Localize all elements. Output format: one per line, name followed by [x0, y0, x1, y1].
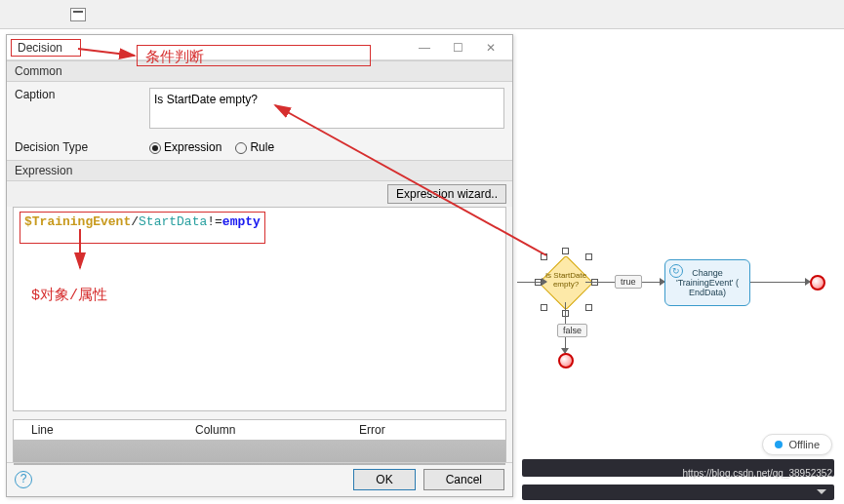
expression-wizard-button[interactable]: Expression wizard..: [387, 184, 506, 204]
decision-node[interactable]: Is StartDate empty?: [546, 263, 585, 302]
radio-unchecked-icon: [235, 142, 247, 154]
activity-line3: EndData): [667, 288, 747, 297]
change-icon: ↻: [669, 264, 683, 278]
token-keyword: empty: [222, 214, 261, 229]
selection-handle[interactable]: [585, 253, 592, 260]
decision-text-2: empty?: [553, 280, 579, 289]
expression-editor[interactable]: $TrainingEvent/StartData!=empty $对象/属性: [13, 207, 506, 411]
end-node[interactable]: [810, 275, 825, 291]
annotation-expression-box: $TrainingEvent/StartData!=empty: [20, 212, 265, 244]
maximize-icon[interactable]: ☐: [446, 41, 469, 55]
arrow-head-icon: [542, 278, 547, 286]
decision-text-1: Is StartDate: [545, 271, 586, 280]
ok-button[interactable]: OK: [353, 469, 415, 490]
decision-type-label: Decision Type: [15, 140, 132, 154]
offline-label: Offline: [788, 439, 820, 450]
true-label[interactable]: true: [615, 275, 642, 289]
watermark-text: https://blog.csdn.net/qq_38952352: [683, 468, 832, 479]
status-dot-icon: [775, 441, 783, 448]
selection-handle[interactable]: [562, 248, 569, 254]
activity-line2: 'TrainingEvent' (: [667, 278, 747, 288]
connector: [750, 282, 810, 283]
change-activity-node[interactable]: ↻ Change 'TrainingEvent' ( EndData): [664, 259, 750, 306]
radio-expression[interactable]: Expression: [149, 140, 221, 154]
radio-checked-icon: [149, 142, 161, 154]
error-table: Line Column Error: [13, 419, 506, 462]
selection-handle[interactable]: [541, 253, 547, 260]
minimize-icon[interactable]: —: [413, 41, 436, 55]
annotation-titlebar-box: 条件判断: [137, 45, 371, 66]
annotation-object-attr: $对象/属性: [31, 286, 107, 304]
caption-input[interactable]: Is StartDate empty?: [149, 88, 504, 129]
cancel-button[interactable]: Cancel: [423, 469, 504, 490]
err-col-column: Column: [178, 420, 342, 440]
end-node[interactable]: [558, 353, 574, 368]
offline-status[interactable]: Offline: [762, 434, 832, 455]
expression-section-header: Expression: [7, 160, 512, 181]
selection-handle[interactable]: [541, 304, 547, 311]
token-attribute: StartData: [139, 214, 207, 229]
decision-dialog: Decision — ☐ ✕ Common Caption Is StartDa…: [6, 34, 513, 497]
help-icon[interactable]: ?: [15, 471, 32, 488]
caption-value: Is StartDate empty?: [154, 93, 258, 106]
err-col-line: Line: [14, 420, 178, 440]
radio-rule[interactable]: Rule: [235, 140, 274, 154]
token-object: $TrainingEvent: [24, 214, 131, 229]
toolbar-grid-icon[interactable]: [70, 8, 86, 21]
token-slash: /: [131, 214, 139, 229]
false-label[interactable]: false: [557, 324, 587, 337]
dialog-title: Decision: [11, 39, 81, 57]
selection-handle[interactable]: [585, 304, 592, 311]
close-icon[interactable]: ✕: [479, 41, 502, 55]
caption-label: Caption: [15, 88, 132, 129]
err-col-error: Error: [342, 420, 505, 440]
token-operator: !=: [207, 214, 222, 229]
app-top-strip: [0, 0, 844, 29]
